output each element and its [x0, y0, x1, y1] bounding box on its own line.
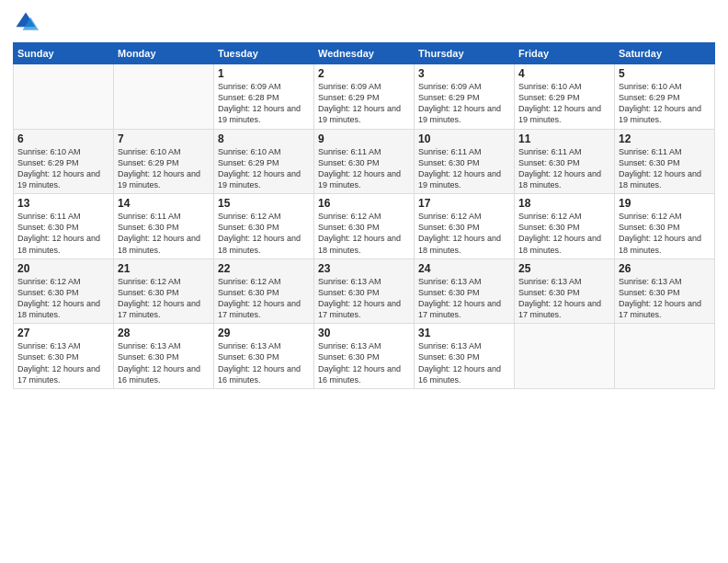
day-number: 15 [218, 197, 310, 210]
calendar-table: SundayMondayTuesdayWednesdayThursdayFrid… [13, 42, 715, 389]
day-number: 8 [218, 132, 310, 145]
day-number: 29 [218, 327, 310, 339]
calendar-cell: 13Sunrise: 6:11 AM Sunset: 6:30 PM Dayli… [14, 194, 114, 259]
day-info: Sunrise: 6:10 AM Sunset: 6:29 PM Dayligh… [218, 146, 310, 191]
day-info: Sunrise: 6:12 AM Sunset: 6:30 PM Dayligh… [619, 211, 711, 256]
logo-icon [13, 9, 39, 35]
calendar-cell [515, 324, 615, 389]
header [13, 9, 715, 35]
day-number: 27 [17, 327, 109, 339]
calendar-cell: 9Sunrise: 6:11 AM Sunset: 6:30 PM Daylig… [314, 129, 415, 194]
day-info: Sunrise: 6:13 AM Sunset: 6:30 PM Dayligh… [218, 340, 310, 385]
day-number: 10 [418, 132, 510, 145]
day-info: Sunrise: 6:11 AM Sunset: 6:30 PM Dayligh… [318, 146, 410, 191]
day-info: Sunrise: 6:12 AM Sunset: 6:30 PM Dayligh… [318, 211, 410, 256]
day-info: Sunrise: 6:10 AM Sunset: 6:29 PM Dayligh… [518, 81, 610, 126]
day-info: Sunrise: 6:12 AM Sunset: 6:30 PM Dayligh… [218, 276, 310, 321]
day-info: Sunrise: 6:13 AM Sunset: 6:30 PM Dayligh… [318, 340, 410, 385]
day-info: Sunrise: 6:12 AM Sunset: 6:30 PM Dayligh… [17, 276, 109, 321]
week-row-1: 1Sunrise: 6:09 AM Sunset: 6:28 PM Daylig… [14, 64, 715, 130]
calendar-cell: 2Sunrise: 6:09 AM Sunset: 6:29 PM Daylig… [314, 64, 415, 130]
calendar-cell: 15Sunrise: 6:12 AM Sunset: 6:30 PM Dayli… [214, 194, 314, 259]
weekday-thursday: Thursday [415, 43, 515, 64]
day-info: Sunrise: 6:11 AM Sunset: 6:30 PM Dayligh… [418, 146, 510, 191]
day-number: 9 [318, 132, 410, 145]
calendar-cell: 21Sunrise: 6:12 AM Sunset: 6:30 PM Dayli… [114, 259, 214, 324]
calendar-cell: 29Sunrise: 6:13 AM Sunset: 6:30 PM Dayli… [214, 324, 314, 389]
day-number: 22 [218, 262, 310, 275]
logo [13, 9, 42, 35]
day-info: Sunrise: 6:12 AM Sunset: 6:30 PM Dayligh… [518, 211, 610, 256]
weekday-header-row: SundayMondayTuesdayWednesdayThursdayFrid… [14, 43, 715, 64]
day-info: Sunrise: 6:09 AM Sunset: 6:28 PM Dayligh… [218, 81, 310, 126]
calendar-cell: 27Sunrise: 6:13 AM Sunset: 6:30 PM Dayli… [14, 324, 114, 389]
calendar-cell: 20Sunrise: 6:12 AM Sunset: 6:30 PM Dayli… [14, 259, 114, 324]
day-info: Sunrise: 6:13 AM Sunset: 6:30 PM Dayligh… [318, 276, 410, 321]
calendar-cell: 31Sunrise: 6:13 AM Sunset: 6:30 PM Dayli… [415, 324, 515, 389]
calendar-cell [114, 64, 214, 130]
calendar-cell: 16Sunrise: 6:12 AM Sunset: 6:30 PM Dayli… [314, 194, 415, 259]
day-number: 23 [318, 262, 410, 275]
day-number: 31 [418, 327, 510, 339]
calendar-cell: 8Sunrise: 6:10 AM Sunset: 6:29 PM Daylig… [214, 129, 314, 194]
day-number: 17 [418, 197, 510, 210]
calendar-cell: 22Sunrise: 6:12 AM Sunset: 6:30 PM Dayli… [214, 259, 314, 324]
day-number: 20 [17, 262, 109, 275]
page: SundayMondayTuesdayWednesdayThursdayFrid… [0, 0, 728, 563]
calendar-cell: 30Sunrise: 6:13 AM Sunset: 6:30 PM Dayli… [314, 324, 415, 389]
day-info: Sunrise: 6:10 AM Sunset: 6:29 PM Dayligh… [619, 81, 711, 126]
weekday-wednesday: Wednesday [314, 43, 415, 64]
day-info: Sunrise: 6:13 AM Sunset: 6:30 PM Dayligh… [518, 276, 610, 321]
day-number: 19 [619, 197, 711, 210]
day-info: Sunrise: 6:12 AM Sunset: 6:30 PM Dayligh… [218, 211, 310, 256]
day-info: Sunrise: 6:13 AM Sunset: 6:30 PM Dayligh… [418, 276, 510, 321]
week-row-5: 27Sunrise: 6:13 AM Sunset: 6:30 PM Dayli… [14, 324, 715, 389]
day-number: 13 [17, 197, 109, 210]
calendar-cell: 17Sunrise: 6:12 AM Sunset: 6:30 PM Dayli… [415, 194, 515, 259]
calendar-cell: 25Sunrise: 6:13 AM Sunset: 6:30 PM Dayli… [515, 259, 615, 324]
weekday-friday: Friday [515, 43, 615, 64]
day-info: Sunrise: 6:10 AM Sunset: 6:29 PM Dayligh… [118, 146, 210, 191]
day-number: 18 [518, 197, 610, 210]
calendar-cell: 10Sunrise: 6:11 AM Sunset: 6:30 PM Dayli… [415, 129, 515, 194]
day-info: Sunrise: 6:12 AM Sunset: 6:30 PM Dayligh… [118, 276, 210, 321]
weekday-sunday: Sunday [14, 43, 114, 64]
day-info: Sunrise: 6:11 AM Sunset: 6:30 PM Dayligh… [619, 146, 711, 191]
day-info: Sunrise: 6:13 AM Sunset: 6:30 PM Dayligh… [17, 340, 109, 385]
calendar-cell: 6Sunrise: 6:10 AM Sunset: 6:29 PM Daylig… [14, 129, 114, 194]
day-number: 26 [619, 262, 711, 275]
calendar-cell: 12Sunrise: 6:11 AM Sunset: 6:30 PM Dayli… [615, 129, 715, 194]
day-number: 5 [619, 67, 711, 80]
day-number: 4 [518, 67, 610, 80]
calendar-cell: 28Sunrise: 6:13 AM Sunset: 6:30 PM Dayli… [114, 324, 214, 389]
day-number: 25 [518, 262, 610, 275]
day-info: Sunrise: 6:13 AM Sunset: 6:30 PM Dayligh… [418, 340, 510, 385]
day-number: 7 [118, 132, 210, 145]
calendar-cell: 19Sunrise: 6:12 AM Sunset: 6:30 PM Dayli… [615, 194, 715, 259]
weekday-tuesday: Tuesday [214, 43, 314, 64]
day-info: Sunrise: 6:11 AM Sunset: 6:30 PM Dayligh… [518, 146, 610, 191]
calendar-cell: 7Sunrise: 6:10 AM Sunset: 6:29 PM Daylig… [114, 129, 214, 194]
day-info: Sunrise: 6:13 AM Sunset: 6:30 PM Dayligh… [619, 276, 711, 321]
day-number: 11 [518, 132, 610, 145]
weekday-monday: Monday [114, 43, 214, 64]
day-number: 16 [318, 197, 410, 210]
day-number: 24 [418, 262, 510, 275]
weekday-saturday: Saturday [615, 43, 715, 64]
day-number: 14 [118, 197, 210, 210]
calendar-cell: 4Sunrise: 6:10 AM Sunset: 6:29 PM Daylig… [515, 64, 615, 130]
day-info: Sunrise: 6:12 AM Sunset: 6:30 PM Dayligh… [418, 211, 510, 256]
day-info: Sunrise: 6:13 AM Sunset: 6:30 PM Dayligh… [118, 340, 210, 385]
day-info: Sunrise: 6:11 AM Sunset: 6:30 PM Dayligh… [17, 211, 109, 256]
calendar-cell: 5Sunrise: 6:10 AM Sunset: 6:29 PM Daylig… [615, 64, 715, 130]
calendar-cell: 11Sunrise: 6:11 AM Sunset: 6:30 PM Dayli… [515, 129, 615, 194]
week-row-3: 13Sunrise: 6:11 AM Sunset: 6:30 PM Dayli… [14, 194, 715, 259]
day-info: Sunrise: 6:10 AM Sunset: 6:29 PM Dayligh… [17, 146, 109, 191]
calendar-cell: 1Sunrise: 6:09 AM Sunset: 6:28 PM Daylig… [214, 64, 314, 130]
day-number: 21 [118, 262, 210, 275]
calendar-cell [615, 324, 715, 389]
day-number: 3 [418, 67, 510, 80]
calendar-cell: 24Sunrise: 6:13 AM Sunset: 6:30 PM Dayli… [415, 259, 515, 324]
day-info: Sunrise: 6:11 AM Sunset: 6:30 PM Dayligh… [118, 211, 210, 256]
calendar-cell: 3Sunrise: 6:09 AM Sunset: 6:29 PM Daylig… [415, 64, 515, 130]
